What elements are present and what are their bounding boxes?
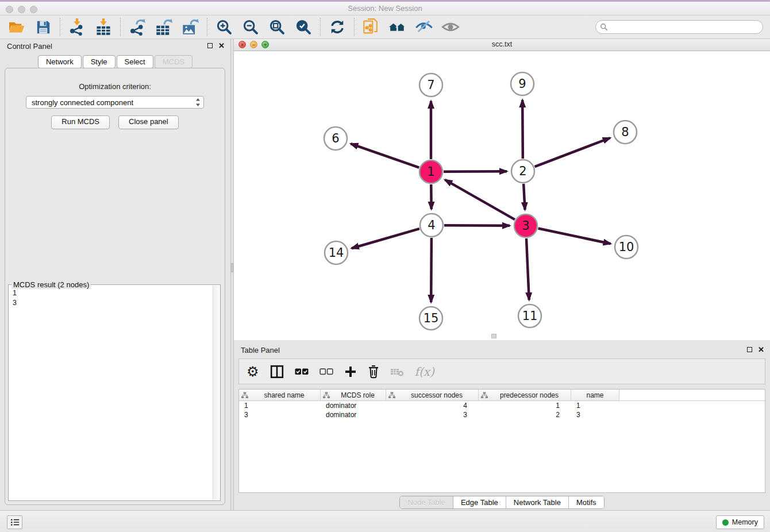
column-label: shared name <box>251 391 318 399</box>
save-session-button[interactable] <box>33 17 53 37</box>
cell-shared-name[interactable]: 3 <box>239 411 321 419</box>
graph-edge-2-8[interactable] <box>535 138 610 167</box>
column-header-MCDS-role[interactable]: MCDS role <box>321 390 386 400</box>
criterion-select[interactable]: strongly connected component <box>26 96 204 109</box>
graph-edge-2-3[interactable] <box>523 184 525 210</box>
graph-node-10[interactable]: 10 <box>615 236 638 259</box>
graph-node-8[interactable]: 8 <box>614 121 637 144</box>
zoom-button[interactable] <box>30 6 37 13</box>
tab-motifs[interactable]: Motifs <box>568 496 604 508</box>
graph-node-15[interactable]: 15 <box>419 307 442 330</box>
cell-successor-nodes[interactable]: 4 <box>386 402 479 410</box>
import-table-button[interactable] <box>94 17 113 37</box>
tab-node-table[interactable]: Node Table <box>400 496 453 508</box>
network-close-button[interactable]: × <box>238 41 246 48</box>
home-button[interactable] <box>388 17 407 37</box>
open-session-button[interactable] <box>7 17 26 37</box>
function-builder-icon[interactable]: f(x) <box>415 364 434 380</box>
tab-mcds[interactable]: MCDS <box>155 55 192 68</box>
splitter-grip[interactable] <box>231 263 233 272</box>
graph-node-4[interactable]: 4 <box>420 214 443 237</box>
graph-node-9[interactable]: 9 <box>511 72 534 95</box>
zoom-fit-button[interactable] <box>267 17 287 37</box>
export-table-button[interactable] <box>154 17 174 37</box>
graph-edge-3-11[interactable] <box>526 238 529 300</box>
deselect-all-icon[interactable] <box>319 364 333 380</box>
graph-node-3[interactable]: 3 <box>514 214 537 237</box>
cell-name[interactable]: 1 <box>571 402 619 410</box>
run-mcds-button[interactable]: Run MCDS <box>51 115 110 129</box>
zoom-in-button[interactable] <box>214 17 234 37</box>
close-table-panel-icon[interactable]: ✕ <box>758 346 764 353</box>
cell-MCDS-role[interactable]: dominator <box>321 402 386 410</box>
network-canvas[interactable]: 7968124314101511 <box>234 51 770 340</box>
cell-successor-nodes[interactable]: 3 <box>386 411 479 419</box>
search-input[interactable] <box>611 22 759 32</box>
float-table-panel-icon[interactable] <box>747 347 752 352</box>
graph-edge-3-10[interactable] <box>538 229 611 244</box>
show-panel-button[interactable] <box>441 17 460 37</box>
graph-node-2[interactable]: 2 <box>511 160 534 183</box>
column-header-name[interactable]: name <box>571 390 619 400</box>
split-panel-icon[interactable] <box>270 364 284 380</box>
graph-node-7[interactable]: 7 <box>419 74 442 97</box>
network-minimize-button[interactable]: − <box>250 41 257 48</box>
column-header-predecessor-nodes[interactable]: predecessor nodes <box>479 390 571 400</box>
memory-button[interactable]: Memory <box>716 515 764 529</box>
minimize-button[interactable] <box>18 6 25 13</box>
column-header-shared-name[interactable]: shared name <box>239 390 321 400</box>
search-field[interactable] <box>595 20 763 34</box>
graph-edge-1-2[interactable] <box>444 171 507 172</box>
graph-edge-2-9[interactable] <box>522 100 523 159</box>
optimization-label: Optimization criterion: <box>5 82 225 91</box>
cell-name[interactable]: 3 <box>571 411 619 419</box>
graph-node-14[interactable]: 14 <box>325 241 348 264</box>
tab-select[interactable]: Select <box>117 55 153 68</box>
new-network-button[interactable] <box>361 17 381 37</box>
gear-icon[interactable]: ⚙ <box>247 364 259 380</box>
delete-table-icon[interactable] <box>390 364 404 380</box>
toolbar-separator <box>320 18 321 36</box>
hide-panel-button[interactable] <box>414 17 434 37</box>
close-panel-icon[interactable]: ✕ <box>218 43 225 49</box>
column-header-successor-nodes[interactable]: successor nodes <box>386 390 479 400</box>
export-network-button[interactable] <box>128 17 147 37</box>
network-graph[interactable]: 7968124314101511 <box>234 51 770 340</box>
cell-shared-name[interactable]: 1 <box>239 402 321 410</box>
cell-predecessor-nodes[interactable]: 2 <box>479 411 571 419</box>
window-title: Session: New Session <box>0 2 770 16</box>
graph-edge-3-1[interactable] <box>445 180 515 219</box>
graph-edge-4-15[interactable] <box>431 238 432 302</box>
result-scrollbar[interactable] <box>213 286 220 500</box>
zoom-selected-button[interactable] <box>294 17 313 37</box>
table-row[interactable]: 1dominator411 <box>239 401 765 410</box>
graph-node-11[interactable]: 11 <box>518 304 541 327</box>
delete-column-icon[interactable] <box>368 364 379 380</box>
graph-edge-4-14[interactable] <box>352 229 419 248</box>
cell-predecessor-nodes[interactable]: 1 <box>479 402 571 410</box>
graph-edge-4-3[interactable] <box>444 225 510 226</box>
network-zoom-button[interactable]: + <box>261 41 269 48</box>
mcds-result-text[interactable]: 1 3 <box>13 288 211 498</box>
float-panel-icon[interactable] <box>207 43 213 48</box>
tab-network[interactable]: Network <box>38 55 82 68</box>
add-column-icon[interactable] <box>344 364 357 380</box>
table-row[interactable]: 3dominator323 <box>239 410 765 419</box>
graph-node-6[interactable]: 6 <box>324 127 347 150</box>
tab-style[interactable]: Style <box>83 55 116 68</box>
task-history-button[interactable] <box>7 515 22 529</box>
tab-network-table[interactable]: Network Table <box>506 496 568 508</box>
control-panel-title: Control Panel <box>7 42 52 51</box>
cell-MCDS-role[interactable]: dominator <box>321 411 386 419</box>
zoom-out-button[interactable] <box>241 17 260 37</box>
tab-edge-table[interactable]: Edge Table <box>453 496 506 508</box>
graph-edge-1-6[interactable] <box>351 144 419 168</box>
select-all-icon[interactable] <box>295 364 309 380</box>
import-network-button[interactable] <box>67 17 87 37</box>
refresh-button[interactable] <box>328 17 347 37</box>
graph-node-1[interactable]: 1 <box>419 160 442 183</box>
network-resize-grip[interactable] <box>491 334 496 338</box>
export-image-button[interactable] <box>180 17 200 37</box>
close-panel-button[interactable]: Close panel <box>118 115 179 129</box>
close-button[interactable] <box>6 6 13 13</box>
